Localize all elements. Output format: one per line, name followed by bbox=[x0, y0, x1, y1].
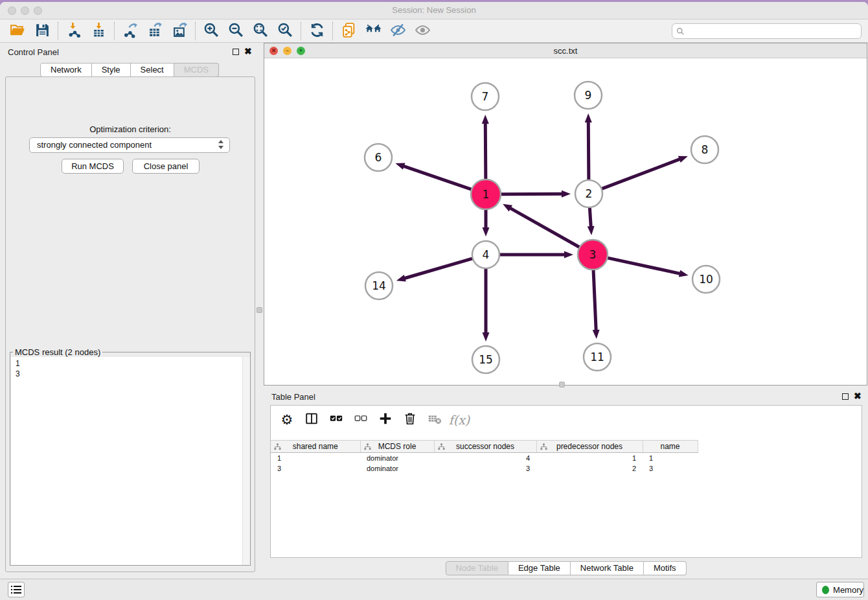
result-scrollbar[interactable] bbox=[242, 357, 250, 565]
table-cell[interactable]: 4 bbox=[434, 453, 536, 463]
edge-4-3[interactable] bbox=[500, 251, 573, 259]
svg-text:4: 4 bbox=[483, 248, 490, 261]
close-panel-button[interactable]: Close panel bbox=[132, 159, 200, 174]
edge-1-6[interactable] bbox=[395, 163, 471, 189]
search-input[interactable] bbox=[685, 25, 861, 38]
table-cell[interactable]: 1 bbox=[271, 453, 360, 463]
node-11[interactable]: 11 bbox=[584, 343, 611, 371]
table-cell[interactable]: 2 bbox=[536, 463, 643, 474]
node-7[interactable]: 7 bbox=[472, 83, 499, 110]
column-header-name[interactable]: name bbox=[643, 441, 698, 453]
node-10[interactable]: 10 bbox=[692, 266, 720, 293]
export-table-button[interactable] bbox=[143, 21, 167, 41]
open-session-icon bbox=[10, 22, 26, 41]
table-cell[interactable]: 1 bbox=[536, 453, 643, 463]
tab-edge-table[interactable]: Edge Table bbox=[508, 561, 571, 575]
edge-4-14[interactable] bbox=[396, 259, 472, 281]
import-network-button[interactable] bbox=[62, 21, 86, 41]
column-header-predecessor-nodes[interactable]: predecessor nodes bbox=[536, 441, 643, 453]
node-3[interactable]: 3 bbox=[578, 240, 608, 270]
task-history-button[interactable] bbox=[8, 582, 25, 597]
criterion-dropdown[interactable]: strongly connected component bbox=[29, 137, 230, 153]
vertical-splitter-grip[interactable] bbox=[257, 307, 262, 313]
column-header-MCDS-role[interactable]: MCDS role bbox=[360, 441, 434, 453]
mcds-result-line: 1 bbox=[16, 358, 250, 369]
tab-style[interactable]: Style bbox=[92, 63, 131, 77]
svg-text:11: 11 bbox=[590, 351, 604, 363]
zoom-in-button[interactable] bbox=[199, 21, 223, 41]
table-cell[interactable]: dominator bbox=[360, 453, 434, 463]
show-all-button[interactable] bbox=[410, 21, 435, 41]
duplicate-network-button[interactable] bbox=[336, 21, 361, 41]
add-column-button[interactable] bbox=[373, 410, 398, 430]
zoom-out-button[interactable] bbox=[223, 21, 248, 41]
control-panel-tabs: NetworkStyleSelectMCDS bbox=[40, 63, 219, 77]
node-15[interactable]: 15 bbox=[472, 346, 499, 373]
column-header-successor-nodes[interactable]: successor nodes bbox=[434, 441, 536, 453]
delete-table-icon bbox=[428, 411, 442, 428]
import-table-button[interactable] bbox=[86, 21, 111, 41]
horizontal-splitter-grip[interactable] bbox=[559, 382, 565, 387]
show-all-icon bbox=[415, 22, 431, 41]
edge-2-8[interactable] bbox=[602, 156, 688, 189]
edge-3-11[interactable] bbox=[593, 270, 600, 339]
edge-2-9[interactable] bbox=[585, 113, 592, 179]
node-1[interactable]: 1 bbox=[471, 179, 501, 209]
edge-3-1[interactable] bbox=[503, 204, 579, 247]
tab-mcds[interactable]: MCDS bbox=[174, 63, 219, 77]
edge-1-4[interactable] bbox=[483, 210, 490, 237]
edge-2-3[interactable] bbox=[588, 208, 595, 235]
tab-network[interactable]: Network bbox=[40, 63, 92, 77]
tab-node-table[interactable]: Node Table bbox=[445, 561, 508, 575]
edge-4-15[interactable] bbox=[483, 269, 490, 341]
tab-network-table[interactable]: Network Table bbox=[571, 561, 644, 575]
select-all-columns-button[interactable] bbox=[324, 410, 348, 430]
toolbar-separator bbox=[195, 22, 196, 40]
export-network-button[interactable] bbox=[118, 21, 143, 41]
column-view-button[interactable] bbox=[299, 410, 324, 430]
table-cell[interactable]: dominator bbox=[360, 463, 434, 474]
memory-button[interactable]: Memory bbox=[816, 582, 864, 597]
node-4[interactable]: 4 bbox=[472, 241, 499, 268]
node-8[interactable]: 8 bbox=[691, 136, 718, 163]
table-row[interactable]: 3dominator323 bbox=[271, 463, 862, 474]
tab-motifs[interactable]: Motifs bbox=[644, 561, 687, 575]
main-toolbar bbox=[0, 20, 868, 43]
node-14[interactable]: 14 bbox=[365, 272, 393, 299]
deselect-all-columns-button[interactable] bbox=[348, 410, 373, 430]
close-table-panel-icon[interactable]: ✖ bbox=[854, 391, 862, 401]
edge-3-10[interactable] bbox=[608, 258, 688, 277]
float-panel-icon[interactable] bbox=[233, 49, 239, 55]
settings-button[interactable]: ⚙ bbox=[275, 410, 299, 430]
first-neighbors-button[interactable] bbox=[361, 21, 385, 41]
export-network-icon bbox=[122, 22, 139, 41]
network-canvas[interactable]: 7968124314101511 bbox=[265, 59, 867, 385]
table-cell[interactable]: 3 bbox=[434, 463, 536, 474]
table-panel: Table Panel ✖ ⚙f(x) shared nameMCDS role… bbox=[264, 387, 868, 579]
table-cell[interactable]: 3 bbox=[271, 463, 360, 474]
save-session-button[interactable] bbox=[30, 21, 54, 41]
delete-column-button[interactable] bbox=[398, 410, 422, 430]
open-session-button[interactable] bbox=[5, 21, 30, 41]
export-image-button[interactable] bbox=[167, 21, 192, 41]
table-row[interactable]: 1dominator411 bbox=[271, 453, 862, 463]
table-cell[interactable]: 1 bbox=[643, 453, 698, 463]
zoom-selected-button[interactable] bbox=[273, 21, 297, 41]
tab-select[interactable]: Select bbox=[131, 63, 174, 77]
refresh-view-button[interactable] bbox=[304, 21, 329, 41]
edge-1-2[interactable] bbox=[501, 190, 571, 198]
hide-selected-button[interactable] bbox=[385, 21, 410, 41]
mcds-result-text[interactable]: 1 3 bbox=[11, 357, 250, 565]
node-2[interactable]: 2 bbox=[575, 180, 602, 207]
search-box[interactable] bbox=[672, 23, 862, 39]
node-9[interactable]: 9 bbox=[575, 82, 602, 109]
column-header-shared-name[interactable]: shared name bbox=[271, 441, 360, 453]
table-cell[interactable]: 3 bbox=[643, 463, 698, 474]
edge-1-7[interactable] bbox=[482, 115, 489, 179]
run-mcds-button[interactable]: Run MCDS bbox=[62, 159, 124, 174]
float-table-panel-icon[interactable] bbox=[842, 393, 849, 400]
node-6[interactable]: 6 bbox=[365, 144, 392, 171]
zoom-fit-button[interactable] bbox=[248, 21, 273, 41]
close-panel-icon[interactable]: ✖ bbox=[244, 46, 252, 56]
toolbar-separator bbox=[58, 22, 58, 40]
